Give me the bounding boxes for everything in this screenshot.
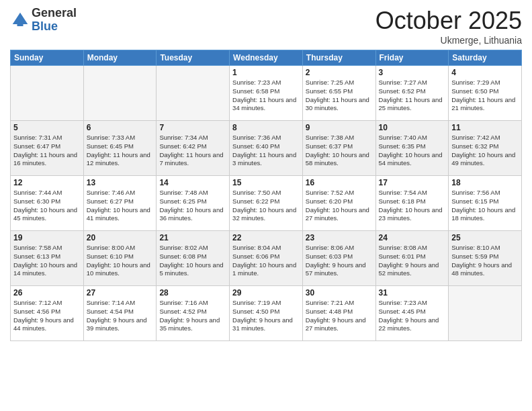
calendar-cell-2-3: 7Sunrise: 7:34 AM Sunset: 6:42 PM Daylig…	[157, 121, 230, 176]
calendar-cell-1-4: 1Sunrise: 7:23 AM Sunset: 6:58 PM Daylig…	[230, 66, 303, 121]
day-info: Sunrise: 7:23 AM Sunset: 4:45 PM Dayligh…	[379, 299, 446, 333]
day-info: Sunrise: 7:44 AM Sunset: 6:30 PM Dayligh…	[13, 189, 81, 223]
day-number: 14	[159, 178, 226, 187]
day-info: Sunrise: 7:54 AM Sunset: 6:18 PM Dayligh…	[379, 189, 446, 223]
day-info: Sunrise: 7:12 AM Sunset: 4:56 PM Dayligh…	[13, 299, 81, 333]
calendar-cell-4-3: 21Sunrise: 8:02 AM Sunset: 6:08 PM Dayli…	[157, 231, 230, 286]
day-number: 26	[13, 288, 81, 298]
logo: General Blue	[10, 7, 77, 34]
day-info: Sunrise: 7:48 AM Sunset: 6:25 PM Dayligh…	[159, 189, 226, 223]
day-info: Sunrise: 7:36 AM Sunset: 6:40 PM Dayligh…	[232, 134, 300, 168]
logo-text: General Blue	[32, 7, 77, 34]
header: General Blue October 2025 Ukmerge, Lithu…	[10, 7, 522, 46]
day-info: Sunrise: 7:33 AM Sunset: 6:45 PM Dayligh…	[87, 134, 154, 168]
day-number: 23	[306, 233, 373, 242]
header-sunday: Sunday	[11, 50, 84, 66]
day-number: 7	[159, 123, 226, 132]
calendar-cell-3-2: 13Sunrise: 7:46 AM Sunset: 6:27 PM Dayli…	[83, 176, 157, 231]
day-info: Sunrise: 7:38 AM Sunset: 6:37 PM Dayligh…	[306, 134, 373, 168]
day-info: Sunrise: 7:25 AM Sunset: 6:55 PM Dayligh…	[306, 79, 373, 113]
logo-blue: Blue	[32, 20, 77, 34]
day-number: 1	[232, 68, 300, 77]
day-number: 16	[306, 178, 373, 187]
day-info: Sunrise: 7:23 AM Sunset: 6:58 PM Dayligh…	[232, 79, 300, 113]
calendar-cell-1-1	[11, 66, 84, 121]
day-number: 19	[13, 233, 81, 242]
svg-rect-1	[17, 21, 24, 26]
location: Ukmerge, Lithuania	[375, 35, 522, 46]
day-number: 31	[379, 288, 446, 298]
day-info: Sunrise: 8:06 AM Sunset: 6:03 PM Dayligh…	[306, 244, 373, 278]
day-number: 8	[232, 123, 300, 132]
day-info: Sunrise: 7:56 AM Sunset: 6:15 PM Dayligh…	[451, 189, 519, 223]
day-info: Sunrise: 8:00 AM Sunset: 6:10 PM Dayligh…	[87, 244, 154, 278]
day-number: 15	[232, 178, 300, 187]
header-monday: Monday	[83, 50, 157, 66]
day-info: Sunrise: 8:04 AM Sunset: 6:06 PM Dayligh…	[232, 244, 300, 278]
weekday-header-row: Sunday Monday Tuesday Wednesday Thursday…	[11, 50, 522, 66]
day-number: 30	[306, 288, 373, 298]
day-info: Sunrise: 8:10 AM Sunset: 5:59 PM Dayligh…	[451, 244, 519, 278]
calendar-cell-4-5: 23Sunrise: 8:06 AM Sunset: 6:03 PM Dayli…	[302, 231, 375, 286]
day-info: Sunrise: 7:27 AM Sunset: 6:52 PM Dayligh…	[379, 79, 446, 113]
calendar-row-5: 26Sunrise: 7:12 AM Sunset: 4:56 PM Dayli…	[11, 286, 522, 341]
calendar-row-1: 1Sunrise: 7:23 AM Sunset: 6:58 PM Daylig…	[11, 66, 522, 121]
day-info: Sunrise: 7:42 AM Sunset: 6:32 PM Dayligh…	[451, 134, 519, 168]
day-info: Sunrise: 7:40 AM Sunset: 6:35 PM Dayligh…	[379, 134, 446, 168]
day-number: 2	[306, 68, 373, 77]
calendar-cell-5-7	[449, 286, 522, 341]
day-number: 28	[159, 288, 226, 298]
calendar-cell-2-7: 11Sunrise: 7:42 AM Sunset: 6:32 PM Dayli…	[449, 121, 522, 176]
page-container: General Blue October 2025 Ukmerge, Lithu…	[0, 0, 532, 411]
calendar-cell-1-3	[157, 66, 230, 121]
calendar-cell-2-1: 5Sunrise: 7:31 AM Sunset: 6:47 PM Daylig…	[11, 121, 84, 176]
calendar-cell-3-5: 16Sunrise: 7:52 AM Sunset: 6:20 PM Dayli…	[302, 176, 375, 231]
calendar-cell-2-2: 6Sunrise: 7:33 AM Sunset: 6:45 PM Daylig…	[83, 121, 157, 176]
day-info: Sunrise: 7:50 AM Sunset: 6:22 PM Dayligh…	[232, 189, 300, 223]
day-number: 17	[379, 178, 446, 187]
calendar-table: Sunday Monday Tuesday Wednesday Thursday…	[10, 50, 522, 341]
calendar-cell-5-4: 29Sunrise: 7:19 AM Sunset: 4:50 PM Dayli…	[230, 286, 303, 341]
calendar-cell-4-7: 25Sunrise: 8:10 AM Sunset: 5:59 PM Dayli…	[449, 231, 522, 286]
calendar-cell-3-3: 14Sunrise: 7:48 AM Sunset: 6:25 PM Dayli…	[157, 176, 230, 231]
day-number: 21	[159, 233, 226, 242]
day-number: 5	[13, 123, 81, 132]
day-info: Sunrise: 7:21 AM Sunset: 4:48 PM Dayligh…	[306, 299, 373, 333]
header-saturday: Saturday	[449, 50, 522, 66]
day-info: Sunrise: 7:19 AM Sunset: 4:50 PM Dayligh…	[232, 299, 300, 333]
day-number: 27	[87, 288, 154, 298]
day-info: Sunrise: 7:46 AM Sunset: 6:27 PM Dayligh…	[87, 189, 154, 223]
day-number: 29	[232, 288, 300, 298]
title-area: October 2025 Ukmerge, Lithuania	[375, 7, 522, 46]
calendar-cell-1-2	[83, 66, 157, 121]
header-thursday: Thursday	[302, 50, 375, 66]
day-info: Sunrise: 7:31 AM Sunset: 6:47 PM Dayligh…	[13, 134, 81, 168]
calendar-cell-2-4: 8Sunrise: 7:36 AM Sunset: 6:40 PM Daylig…	[230, 121, 303, 176]
calendar-cell-4-4: 22Sunrise: 8:04 AM Sunset: 6:06 PM Dayli…	[230, 231, 303, 286]
day-number: 25	[451, 233, 519, 242]
calendar-cell-4-1: 19Sunrise: 7:58 AM Sunset: 6:13 PM Dayli…	[11, 231, 84, 286]
calendar-cell-3-7: 18Sunrise: 7:56 AM Sunset: 6:15 PM Dayli…	[449, 176, 522, 231]
day-info: Sunrise: 8:08 AM Sunset: 6:01 PM Dayligh…	[379, 244, 446, 278]
calendar-cell-3-6: 17Sunrise: 7:54 AM Sunset: 6:18 PM Dayli…	[375, 176, 449, 231]
calendar-cell-5-2: 27Sunrise: 7:14 AM Sunset: 4:54 PM Dayli…	[83, 286, 157, 341]
calendar-cell-1-7: 4Sunrise: 7:29 AM Sunset: 6:50 PM Daylig…	[449, 66, 522, 121]
logo-icon	[10, 10, 30, 30]
day-number: 11	[451, 123, 519, 132]
day-number: 22	[232, 233, 300, 242]
day-number: 3	[379, 68, 446, 77]
calendar-cell-3-4: 15Sunrise: 7:50 AM Sunset: 6:22 PM Dayli…	[230, 176, 303, 231]
calendar-cell-2-6: 10Sunrise: 7:40 AM Sunset: 6:35 PM Dayli…	[375, 121, 449, 176]
calendar-row-2: 5Sunrise: 7:31 AM Sunset: 6:47 PM Daylig…	[11, 121, 522, 176]
calendar-cell-5-1: 26Sunrise: 7:12 AM Sunset: 4:56 PM Dayli…	[11, 286, 84, 341]
calendar-cell-4-6: 24Sunrise: 8:08 AM Sunset: 6:01 PM Dayli…	[375, 231, 449, 286]
day-number: 13	[87, 178, 154, 187]
day-number: 18	[451, 178, 519, 187]
day-number: 12	[13, 178, 81, 187]
calendar-row-4: 19Sunrise: 7:58 AM Sunset: 6:13 PM Dayli…	[11, 231, 522, 286]
day-number: 10	[379, 123, 446, 132]
day-info: Sunrise: 7:16 AM Sunset: 4:52 PM Dayligh…	[159, 299, 226, 333]
calendar-cell-5-5: 30Sunrise: 7:21 AM Sunset: 4:48 PM Dayli…	[302, 286, 375, 341]
day-number: 6	[87, 123, 154, 132]
header-friday: Friday	[375, 50, 449, 66]
